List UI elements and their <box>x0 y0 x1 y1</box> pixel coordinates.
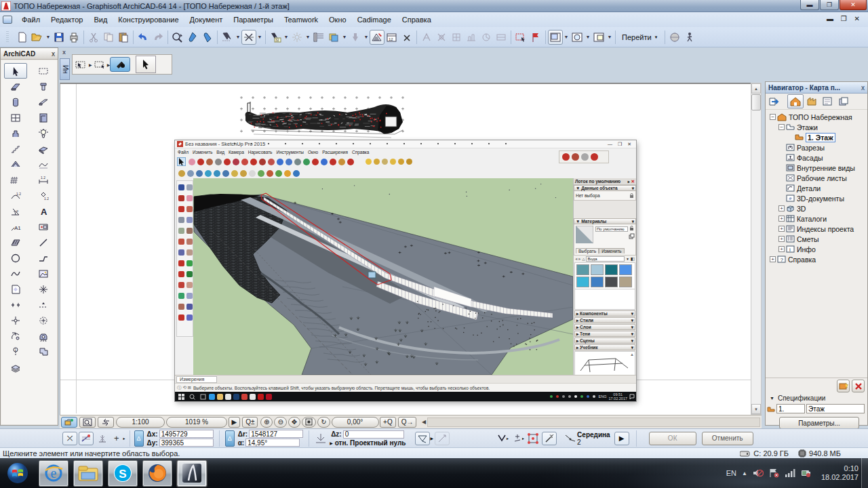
new-viewpoint-button[interactable] <box>837 380 850 392</box>
redmarq-icon[interactable] <box>513 30 528 45</box>
save-icon[interactable] <box>52 30 66 45</box>
nav-layout-book-icon[interactable] <box>820 94 836 108</box>
su-tool-icon[interactable] <box>224 159 231 165</box>
zoom-preview-icon[interactable] <box>79 417 96 428</box>
material-swatch[interactable] <box>576 277 589 287</box>
next-zoom-icon[interactable]: Q→ <box>398 417 417 428</box>
copy-icon[interactable] <box>101 30 116 45</box>
su-tool-icon[interactable] <box>268 159 275 165</box>
a-field[interactable]: 14,95° <box>245 439 300 447</box>
tool-fill[interactable] <box>4 235 27 250</box>
tool-elevdots[interactable] <box>32 297 55 312</box>
tab-edit[interactable]: Изменить <box>599 248 624 253</box>
su-tool-icon[interactable] <box>178 304 184 310</box>
tool-marquee[interactable] <box>32 63 55 79</box>
su-tool-icon[interactable] <box>197 159 204 165</box>
su-tool-icon[interactable] <box>222 170 229 177</box>
tray-section-Сцены[interactable]: ▸ Сцены▾ <box>574 338 635 344</box>
navtree-item-Индексы проекта[interactable]: +Индексы проекта <box>767 224 866 234</box>
tool-arrow[interactable] <box>4 63 27 79</box>
tool-angdim[interactable]: α <box>4 203 27 219</box>
minimize-button[interactable]: ▬ <box>800 0 819 10</box>
snap-tri-icon[interactable] <box>415 432 430 445</box>
su-tool-icon[interactable] <box>241 159 248 165</box>
tool-intelev[interactable] <box>32 312 55 328</box>
tray-date[interactable]: 18.02.2017 <box>821 473 859 482</box>
zoom-out-icon[interactable]: ⊖ <box>274 417 286 428</box>
material-swatch[interactable] <box>619 277 632 287</box>
start-button[interactable] <box>1 460 34 487</box>
su-tool-icon[interactable] <box>259 159 266 165</box>
walk-icon[interactable] <box>682 30 697 45</box>
su-tool-icon[interactable] <box>186 228 193 234</box>
material-name-field[interactable]: По умолчанию <box>595 226 628 232</box>
sketchup-viewport[interactable] <box>193 178 573 375</box>
paste-icon[interactable] <box>116 30 131 45</box>
su-tool-icon[interactable] <box>186 293 193 299</box>
su-menu-Изменить[interactable]: Изменить <box>193 150 212 155</box>
win2-icon[interactable] <box>570 30 585 45</box>
infobox-close-icon[interactable]: x <box>60 48 68 57</box>
navtree-item-Рабочие листы[interactable]: Рабочие листы <box>767 173 866 183</box>
navigator-close-icon[interactable]: x <box>861 84 865 92</box>
navtree-item-Справка[interactable]: +?Справка <box>767 254 866 264</box>
su-tool-icon[interactable] <box>398 159 404 165</box>
snap-angle-icon[interactable] <box>497 433 507 444</box>
toolbox-close-icon[interactable]: x <box>52 50 55 58</box>
tool-raddim[interactable]: 1.2 <box>4 188 27 203</box>
su-tool-icon[interactable] <box>206 159 213 165</box>
su-select-tool-icon[interactable] <box>177 157 186 166</box>
su-tool-icon[interactable] <box>178 228 184 234</box>
tool-wall[interactable] <box>4 79 27 94</box>
menu-Справка[interactable]: Справка <box>397 14 437 26</box>
restore-button[interactable]: ❐ <box>820 0 839 10</box>
navtree-item-Разрезы[interactable]: Разрезы <box>767 142 866 152</box>
zoom-menu-icon[interactable]: ▶ <box>229 417 241 428</box>
navtree-item-Каталоги[interactable]: +Каталоги <box>767 214 866 224</box>
material-swatch[interactable] <box>591 264 604 275</box>
navtree-item-Инфо[interactable]: +iИнфо <box>767 244 866 254</box>
menu-Вид[interactable]: Вид <box>88 14 113 26</box>
taskbar-firefox-icon[interactable] <box>142 460 172 487</box>
su-tool-icon[interactable] <box>330 159 336 165</box>
drawing-vscrollbar[interactable]: ▲ ▼ <box>751 83 762 415</box>
tool-circle[interactable] <box>4 250 27 266</box>
su-tool-icon[interactable] <box>250 394 256 400</box>
tool-polyline[interactable] <box>32 250 55 266</box>
plus-cursor-icon[interactable]: + <box>114 433 119 443</box>
tray-section-Стили[interactable]: ▸ Стили▾ <box>574 317 635 323</box>
su-tool-icon[interactable] <box>186 304 193 310</box>
su-tool-icon[interactable] <box>186 314 193 321</box>
menu-Редактор[interactable]: Редактор <box>45 14 88 26</box>
selection-mode-button[interactable] <box>110 57 130 72</box>
su-tool-icon[interactable] <box>550 395 553 398</box>
redo-icon[interactable] <box>151 30 165 45</box>
sketchup-window[interactable]: Без названия - SketchUp Pro 2015 — ❐ ✕ Ф… <box>175 140 636 401</box>
tray-battery-icon[interactable] <box>801 468 812 478</box>
su-tool-icon[interactable] <box>186 249 193 256</box>
infobox-tab[interactable]: Ин <box>60 58 70 80</box>
su-tool-icon[interactable] <box>366 159 372 165</box>
pickup-icon[interactable] <box>185 30 200 45</box>
su-tool-icon[interactable] <box>580 395 583 398</box>
g1-icon[interactable] <box>419 30 434 45</box>
menu-Окно[interactable]: Окно <box>323 14 352 26</box>
su-tool-icon[interactable] <box>186 282 193 288</box>
expand-icon[interactable]: + <box>778 236 785 242</box>
tool-roof[interactable] <box>4 157 27 172</box>
expand-icon[interactable]: − <box>770 114 776 120</box>
delete-viewpoint-button[interactable] <box>852 380 865 392</box>
material-swap-icon[interactable] <box>629 233 635 239</box>
topo-plan-figure[interactable] <box>239 95 405 144</box>
su-tool-icon[interactable] <box>267 170 273 177</box>
dz-field[interactable]: 0 <box>343 430 404 439</box>
su-tool-icon[interactable] <box>233 159 239 165</box>
globe-icon[interactable] <box>667 30 682 45</box>
spec-name-field[interactable]: Этаж <box>806 404 865 413</box>
su-tool-icon[interactable] <box>374 159 380 165</box>
tool-slab[interactable] <box>32 141 55 157</box>
scroll-down-icon[interactable]: ▼ <box>751 404 761 414</box>
fwd-icon[interactable]: ▸ <box>578 256 580 262</box>
su-tool-icon[interactable] <box>277 159 283 165</box>
navtree-item-Сметы[interactable]: +Сметы <box>767 234 866 244</box>
